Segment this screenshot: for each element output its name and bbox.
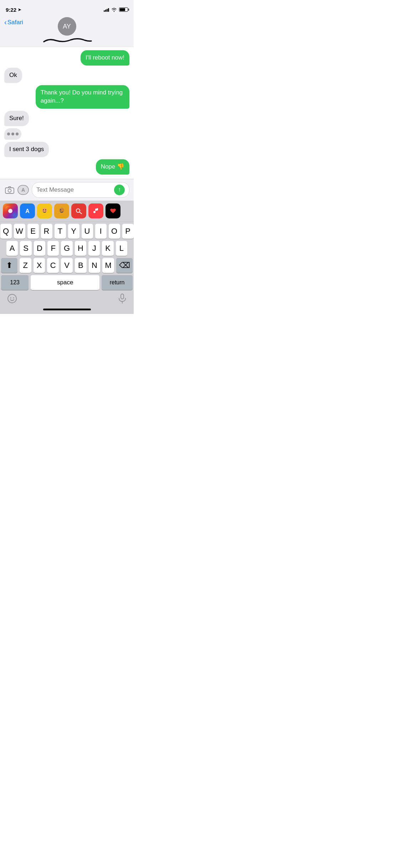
svg-point-25	[13, 297, 14, 298]
back-chevron-icon: ‹	[4, 18, 7, 26]
camera-button[interactable]	[4, 184, 15, 196]
key-x[interactable]: X	[34, 258, 45, 273]
svg-rect-20	[91, 206, 101, 216]
key-k[interactable]: K	[102, 241, 113, 256]
svg-text:A: A	[25, 208, 30, 214]
svg-point-11	[43, 209, 44, 210]
send-button[interactable]: ↑	[114, 185, 125, 195]
typing-indicator-row	[0, 128, 134, 140]
message-text: I'll reboot now!	[86, 54, 124, 61]
key-i[interactable]: I	[95, 224, 107, 239]
message-row: I sent 3 dogs	[0, 141, 134, 158]
keyboard-row-4: 123 space return	[0, 273, 134, 291]
message-bubble-outgoing: I'll reboot now!	[81, 50, 129, 66]
avatar[interactable]: AY	[58, 17, 76, 36]
delete-key[interactable]: ⌫	[116, 258, 133, 273]
numbers-key[interactable]: 123	[1, 275, 29, 290]
return-key[interactable]: return	[102, 275, 133, 290]
wifi-icon	[111, 7, 117, 12]
back-button[interactable]: ‹ Safari	[4, 19, 23, 26]
send-arrow-icon: ↑	[118, 186, 121, 193]
message-bubble-incoming: I sent 3 dogs	[4, 142, 49, 157]
app-icon-memoji1[interactable]	[37, 203, 52, 218]
key-a[interactable]: A	[6, 241, 18, 256]
key-b[interactable]: B	[75, 258, 87, 273]
keyboard-row-3: ⬆ Z X C V B N M ⌫	[0, 256, 134, 273]
apps-button[interactable]: A	[17, 184, 29, 196]
text-input-wrapper[interactable]: ↑	[32, 182, 129, 198]
key-w[interactable]: W	[14, 224, 25, 239]
key-g[interactable]: G	[61, 241, 72, 256]
key-z[interactable]: Z	[20, 258, 31, 273]
emoji-button[interactable]	[7, 294, 17, 304]
key-u[interactable]: U	[82, 224, 93, 239]
message-row: Nope 👎	[0, 159, 134, 175]
location-arrow-icon: ➤	[18, 7, 21, 12]
key-d[interactable]: D	[34, 241, 45, 256]
svg-rect-0	[5, 188, 14, 193]
key-n[interactable]: N	[89, 258, 101, 273]
key-e[interactable]: E	[27, 224, 39, 239]
app-icon-search[interactable]	[71, 203, 86, 218]
contact-name-scribble	[42, 36, 92, 43]
home-bar	[43, 309, 91, 310]
key-t[interactable]: T	[55, 224, 66, 239]
message-input[interactable]	[36, 186, 112, 193]
key-r[interactable]: R	[41, 224, 52, 239]
typing-dot	[16, 133, 19, 135]
message-bubble-incoming: Ok	[4, 68, 22, 83]
keyboard-row-2: A S D F G H J K L	[0, 239, 134, 256]
input-area: A ↑	[0, 179, 134, 201]
status-icons	[104, 7, 128, 12]
message-bubble-outgoing-nope: Nope 👎	[96, 159, 129, 175]
key-s[interactable]: S	[20, 241, 31, 256]
message-text: Sure!	[9, 115, 24, 122]
keyboard: Q W E R T Y U I O P A S D F G H J K L ⬆ …	[0, 222, 134, 306]
svg-text:A: A	[21, 187, 25, 193]
app-strip: A	[0, 201, 134, 222]
typing-bubble	[4, 128, 21, 140]
signal-icon	[104, 7, 109, 12]
shift-key[interactable]: ⬆	[1, 258, 17, 273]
message-list: I'll reboot now! Ok Thank you! Do you mi…	[0, 47, 134, 179]
svg-point-15	[60, 209, 61, 210]
key-m[interactable]: M	[102, 258, 114, 273]
app-icon-heart[interactable]	[106, 203, 120, 218]
key-y[interactable]: Y	[68, 224, 79, 239]
message-bubble-outgoing: Thank you! Do you mind trying again...?	[36, 85, 129, 109]
svg-point-12	[45, 209, 46, 210]
svg-rect-26	[121, 294, 124, 299]
app-icon-photos[interactable]	[3, 203, 18, 218]
svg-point-14	[59, 208, 64, 213]
svg-point-10	[42, 208, 47, 213]
key-o[interactable]: O	[109, 224, 120, 239]
message-text: I sent 3 dogs	[9, 146, 44, 153]
keyboard-toolbar	[0, 291, 134, 306]
app-icon-appstore[interactable]: A	[20, 203, 35, 218]
key-l[interactable]: L	[116, 241, 127, 256]
message-text: Thank you! Do you mind trying again...?	[41, 89, 123, 104]
space-key[interactable]: space	[31, 275, 99, 290]
key-f[interactable]: F	[47, 241, 59, 256]
key-h[interactable]: H	[75, 241, 86, 256]
svg-rect-17	[74, 206, 84, 216]
app-icon-music[interactable]	[88, 203, 103, 218]
mic-button[interactable]	[118, 294, 127, 304]
message-bubble-incoming: Sure!	[4, 111, 29, 126]
key-p[interactable]: P	[122, 224, 134, 239]
avatar-initials: AY	[63, 23, 71, 30]
key-q[interactable]: Q	[0, 224, 12, 239]
home-indicator	[0, 306, 134, 314]
key-j[interactable]: J	[88, 241, 100, 256]
time-label: 9:22	[6, 7, 16, 13]
message-row: Ok	[0, 67, 134, 84]
svg-point-24	[10, 297, 11, 298]
svg-point-23	[8, 294, 16, 303]
key-v[interactable]: V	[61, 258, 73, 273]
status-time: 9:22 ➤	[6, 7, 21, 13]
message-text: Ok	[9, 72, 17, 78]
key-c[interactable]: C	[47, 258, 59, 273]
app-icon-memoji2[interactable]	[54, 203, 69, 218]
nav-header: ‹ Safari AY	[0, 16, 134, 47]
svg-point-16	[62, 209, 63, 210]
